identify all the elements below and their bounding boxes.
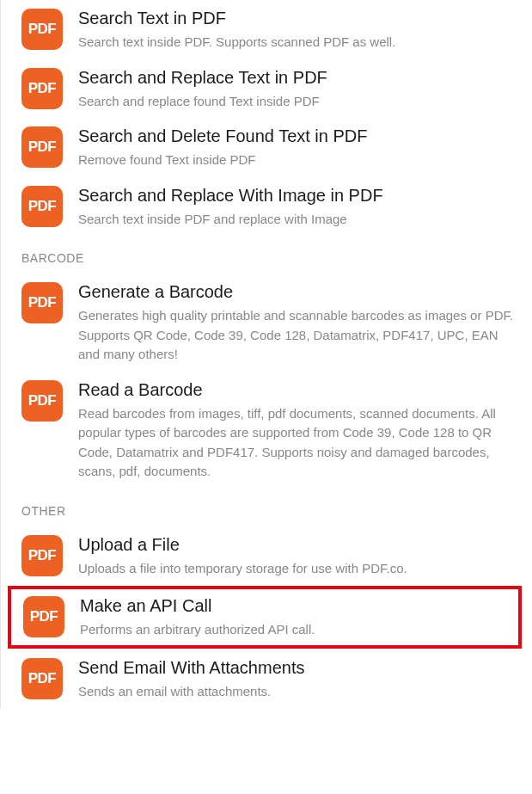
action-text-block: Upload a File Uploads a file into tempor… [78, 533, 517, 579]
action-title: Search and Replace With Image in PDF [78, 184, 517, 207]
pdf-icon-text: PDF [28, 392, 57, 409]
section-header-other: OTHER [1, 489, 532, 526]
pdf-icon-text: PDF [28, 547, 57, 564]
action-desc: Remove found Text inside PDF [78, 151, 517, 170]
action-search-replace-with-image-in-pdf[interactable]: PDF Search and Replace With Image in PDF… [1, 177, 532, 237]
action-send-email-with-attachments[interactable]: PDF Send Email With Attachments Sends an… [1, 649, 532, 709]
action-desc: Generates high quality printable and sca… [78, 306, 517, 365]
action-read-barcode[interactable]: PDF Read a Barcode Read barcodes from im… [1, 372, 532, 489]
action-make-api-call[interactable]: PDF Make an API Call Performs an arbitra… [11, 589, 518, 645]
action-search-delete-text-in-pdf[interactable]: PDF Search and Delete Found Text in PDF … [1, 118, 532, 177]
action-text-block: Generate a Barcode Generates high qualit… [78, 280, 517, 365]
section-header-barcode: BARCODE [1, 236, 532, 274]
action-title: Search and Delete Found Text in PDF [78, 125, 517, 148]
pdf-icon: PDF [21, 658, 63, 699]
pdf-icon: PDF [21, 126, 63, 168]
action-title: Search and Replace Text in PDF [78, 66, 517, 89]
highlight-box: PDF Make an API Call Performs an arbitra… [8, 586, 522, 649]
action-search-replace-text-in-pdf[interactable]: PDF Search and Replace Text in PDF Searc… [1, 59, 532, 119]
action-desc: Search text inside PDF and replace with … [78, 210, 517, 230]
pdf-icon: PDF [21, 282, 63, 323]
pdf-icon-text: PDF [30, 608, 58, 625]
pdf-icon-text: PDF [28, 138, 57, 156]
action-text-block: Read a Barcode Read barcodes from images… [78, 379, 517, 482]
action-generate-barcode[interactable]: PDF Generate a Barcode Generates high qu… [1, 274, 532, 372]
action-upload-file[interactable]: PDF Upload a File Uploads a file into te… [1, 526, 532, 586]
action-search-text-in-pdf[interactable]: PDF Search Text in PDF Search text insid… [1, 0, 532, 59]
pdf-icon-text: PDF [28, 198, 57, 215]
pdf-icon: PDF [21, 68, 63, 109]
action-title: Upload a File [78, 533, 517, 557]
action-text-block: Search and Replace Text in PDF Search an… [78, 66, 517, 112]
action-desc: Search text inside PDF. Supports scanned… [78, 33, 517, 52]
pdf-icon: PDF [21, 9, 63, 50]
pdf-icon-text: PDF [28, 21, 57, 38]
action-title: Generate a Barcode [78, 280, 517, 304]
action-desc: Search and replace found Text inside PDF [78, 92, 517, 112]
pdf-icon-text: PDF [28, 670, 57, 687]
pdf-icon: PDF [21, 380, 63, 422]
action-text-block: Make an API Call Performs an arbitrary a… [80, 594, 510, 640]
pdf-icon: PDF [21, 186, 63, 227]
action-title: Make an API Call [80, 594, 510, 618]
action-title: Read a Barcode [78, 379, 517, 402]
action-text-block: Search Text in PDF Search text inside PD… [78, 7, 517, 52]
pdf-icon-text: PDF [28, 80, 57, 97]
action-text-block: Search and Replace With Image in PDF Sea… [78, 184, 517, 230]
action-text-block: Search and Delete Found Text in PDF Remo… [78, 125, 517, 170]
action-desc: Performs an arbitrary authorized API cal… [80, 620, 510, 640]
pdf-icon: PDF [23, 596, 64, 637]
action-desc: Uploads a file into temporary storage fo… [78, 559, 517, 579]
action-desc: Sends an email with attachments. [78, 682, 517, 702]
pdf-icon: PDF [21, 535, 63, 576]
action-title: Search Text in PDF [78, 7, 517, 30]
pdf-icon-text: PDF [28, 294, 57, 311]
action-desc: Read barcodes from images, tiff, pdf doc… [78, 404, 517, 482]
action-title: Send Email With Attachments [78, 656, 517, 680]
action-text-block: Send Email With Attachments Sends an ema… [78, 656, 517, 702]
